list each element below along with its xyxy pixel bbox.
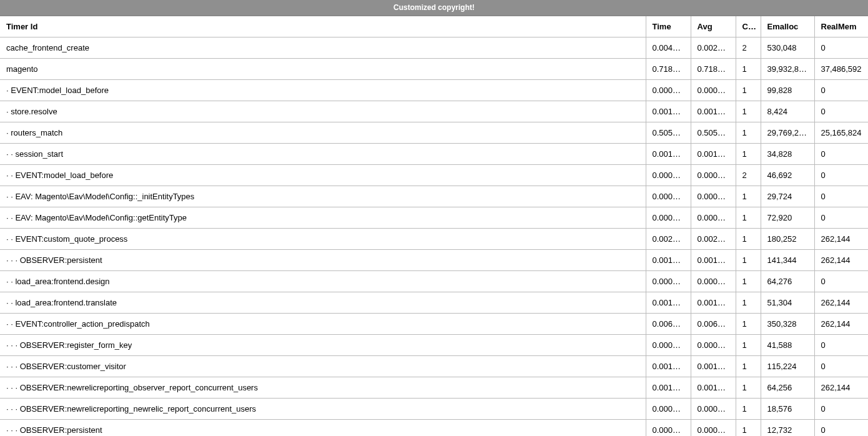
- cnt-cell: 1: [736, 399, 761, 420]
- table-row: · · session_start0.0011080.001108134,828…: [0, 144, 868, 165]
- cnt-cell: 1: [736, 250, 761, 271]
- timer-id-cell: magento: [0, 59, 646, 80]
- timer-id-cell: · · load_area:frontend.translate: [0, 292, 646, 314]
- table-row: · routers_match0.5059880.505988129,769,2…: [0, 122, 868, 144]
- realmem-cell: 0: [814, 37, 868, 59]
- timer-id-cell: · · · OBSERVER:register_form_key: [0, 335, 646, 356]
- copyright-text: Customized copyright!: [393, 3, 475, 12]
- realmem-cell: 262,144: [814, 292, 868, 314]
- profiler-table: Timer Id Time Avg Cnt Emalloc RealMem ca…: [0, 15, 868, 436]
- table-row: · · EVENT:custom_quote_process0.0023060.…: [0, 229, 868, 250]
- table-body: cache_frontend_create0.0045490.002275253…: [0, 37, 868, 437]
- avg-cell: 0.000319: [691, 165, 736, 186]
- col-header-emalloc[interactable]: Emalloc: [761, 16, 814, 37]
- avg-cell: 0.001083: [691, 377, 736, 399]
- time-cell: 0.000545: [646, 399, 691, 420]
- time-cell: 0.000867: [646, 207, 691, 229]
- time-cell: 0.000978: [646, 271, 691, 292]
- table-row: · · · OBSERVER:newrelicreporting_observe…: [0, 377, 868, 399]
- avg-cell: 0.002306: [691, 229, 736, 250]
- realmem-cell: 262,144: [814, 377, 868, 399]
- timer-id-cell: · · EVENT:custom_quote_process: [0, 229, 646, 250]
- avg-cell: 0.000472: [691, 186, 736, 207]
- timer-id-cell: · · EVENT:controller_action_predispatch: [0, 314, 646, 335]
- emalloc-cell: 530,048: [761, 37, 814, 59]
- cnt-cell: 1: [736, 122, 761, 144]
- timer-id-cell: · · · OBSERVER:newrelicreporting_newreli…: [0, 399, 646, 420]
- realmem-cell: 0: [814, 101, 868, 122]
- time-cell: 0.000638: [646, 165, 691, 186]
- cnt-cell: 2: [736, 37, 761, 59]
- cnt-cell: 1: [736, 420, 761, 437]
- realmem-cell: 0: [814, 356, 868, 377]
- realmem-cell: 0: [814, 144, 868, 165]
- cnt-cell: 2: [736, 165, 761, 186]
- time-cell: 0.001502: [646, 356, 691, 377]
- avg-cell: 0.001221: [691, 292, 736, 314]
- realmem-cell: 0: [814, 186, 868, 207]
- avg-cell: 0.000873: [691, 335, 736, 356]
- timer-id-cell: · store.resolve: [0, 101, 646, 122]
- table-row: · · EAV: Magento\Eav\Model\Config::getEn…: [0, 207, 868, 229]
- realmem-cell: 262,144: [814, 250, 868, 271]
- table-row: · EVENT:model_load_before0.0007500.00075…: [0, 80, 868, 101]
- col-header-realmem[interactable]: RealMem: [814, 16, 868, 37]
- emalloc-cell: 18,576: [761, 399, 814, 420]
- cnt-cell: 1: [736, 292, 761, 314]
- avg-cell: 0.505988: [691, 122, 736, 144]
- timer-id-cell: · · EAV: Magento\Eav\Model\Config::_init…: [0, 186, 646, 207]
- emalloc-cell: 72,920: [761, 207, 814, 229]
- timer-id-cell: · · EAV: Magento\Eav\Model\Config::getEn…: [0, 207, 646, 229]
- table-row: · · EAV: Magento\Eav\Model\Config::_init…: [0, 186, 868, 207]
- avg-cell: 0.000750: [691, 80, 736, 101]
- realmem-cell: 37,486,592: [814, 59, 868, 80]
- time-cell: 0.000472: [646, 186, 691, 207]
- emalloc-cell: 141,344: [761, 250, 814, 271]
- table-row: magento0.7186970.718697139,932,87637,486…: [0, 59, 868, 80]
- realmem-cell: 0: [814, 165, 868, 186]
- time-cell: 0.000873: [646, 335, 691, 356]
- emalloc-cell: 34,828: [761, 144, 814, 165]
- timer-id-cell: · · · OBSERVER:persistent: [0, 420, 646, 437]
- avg-cell: 0.001502: [691, 356, 736, 377]
- table-row: · · · OBSERVER:newrelicreporting_newreli…: [0, 399, 868, 420]
- col-header-cnt[interactable]: Cnt: [736, 16, 761, 37]
- cnt-cell: 1: [736, 377, 761, 399]
- avg-cell: 0.001510: [691, 101, 736, 122]
- cnt-cell: 1: [736, 101, 761, 122]
- table-row: · · load_area:frontend.design0.0009780.0…: [0, 271, 868, 292]
- realmem-cell: 0: [814, 399, 868, 420]
- emalloc-cell: 180,252: [761, 229, 814, 250]
- timer-id-cell: · · EVENT:model_load_before: [0, 165, 646, 186]
- cnt-cell: 1: [736, 59, 761, 80]
- avg-cell: 0.001108: [691, 144, 736, 165]
- cnt-cell: 1: [736, 207, 761, 229]
- timer-id-cell: cache_frontend_create: [0, 37, 646, 59]
- avg-cell: 0.001722: [691, 250, 736, 271]
- timer-id-cell: · · · OBSERVER:persistent: [0, 250, 646, 271]
- avg-cell: 0.718697: [691, 59, 736, 80]
- table-row: · · · OBSERVER:register_form_key0.000873…: [0, 335, 868, 356]
- timer-id-cell: · routers_match: [0, 122, 646, 144]
- cnt-cell: 1: [736, 356, 761, 377]
- emalloc-cell: 51,304: [761, 292, 814, 314]
- copyright-banner: Customized copyright!: [0, 0, 868, 15]
- realmem-cell: 0: [814, 271, 868, 292]
- time-cell: 0.718697: [646, 59, 691, 80]
- cnt-cell: 1: [736, 186, 761, 207]
- time-cell: 0.001221: [646, 292, 691, 314]
- timer-id-cell: · · session_start: [0, 144, 646, 165]
- realmem-cell: 0: [814, 420, 868, 437]
- realmem-cell: 0: [814, 207, 868, 229]
- realmem-cell: 262,144: [814, 229, 868, 250]
- emalloc-cell: 64,276: [761, 271, 814, 292]
- timer-id-cell: · · load_area:frontend.design: [0, 271, 646, 292]
- col-header-avg[interactable]: Avg: [691, 16, 736, 37]
- avg-cell: 0.006559: [691, 314, 736, 335]
- time-cell: 0.000750: [646, 80, 691, 101]
- avg-cell: 0.000978: [691, 271, 736, 292]
- table-header-row: Timer Id Time Avg Cnt Emalloc RealMem: [0, 16, 868, 37]
- col-header-timer-id[interactable]: Timer Id: [0, 16, 646, 37]
- col-header-time[interactable]: Time: [646, 16, 691, 37]
- realmem-cell: 262,144: [814, 314, 868, 335]
